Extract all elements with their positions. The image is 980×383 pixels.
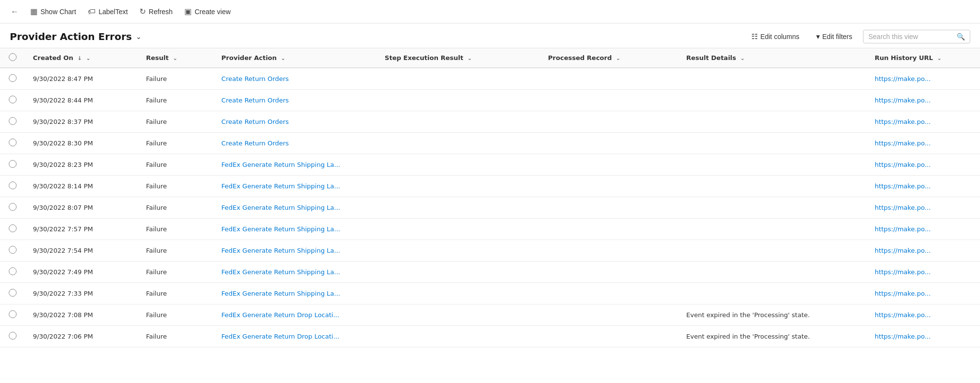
row-2-step-execution xyxy=(377,111,540,133)
col-result-filter-icon[interactable]: ⌄ xyxy=(173,55,177,61)
row-7-provider-action[interactable]: FedEx Generate Return Shipping La... xyxy=(214,219,377,240)
row-2-provider-action[interactable]: Create Return Orders xyxy=(214,111,377,133)
row-2-run-history-url[interactable]: https://make.po... xyxy=(867,111,980,133)
col-run-history-url-label: Run History URL xyxy=(875,54,933,61)
col-provider-filter-icon[interactable]: ⌄ xyxy=(281,55,285,61)
row-5-run-history-url[interactable]: https://make.po... xyxy=(867,176,980,197)
row-10-step-execution xyxy=(377,283,540,304)
row-11-run-history-url[interactable]: https://make.po... xyxy=(867,304,980,326)
select-all-checkbox[interactable] xyxy=(9,53,17,61)
row-3-run-history-url[interactable]: https://make.po... xyxy=(867,133,980,154)
row-0-run-history-url[interactable]: https://make.po... xyxy=(867,68,980,90)
row-0-processed-record xyxy=(540,68,678,90)
row-7-run-history-url[interactable]: https://make.po... xyxy=(867,219,980,240)
toolbar: ← ▦ Show Chart 🏷 LabelText ↻ Refresh ▣ C… xyxy=(0,0,980,23)
table-row: 9/30/2022 7:49 PMFailureFedEx Generate R… xyxy=(0,262,980,283)
col-processed-filter-icon[interactable]: ⌄ xyxy=(616,55,620,61)
row-0-step-execution xyxy=(377,68,540,90)
row-2-checkbox[interactable] xyxy=(9,117,17,125)
row-12-run-history-url[interactable]: https://make.po... xyxy=(867,326,980,347)
refresh-button[interactable]: ↻ Refresh xyxy=(135,4,177,19)
chart-icon: ▦ xyxy=(30,7,38,16)
row-3-provider-action[interactable]: Create Return Orders xyxy=(214,133,377,154)
row-4-run-history-url[interactable]: https://make.po... xyxy=(867,154,980,176)
row-0-created-on: 9/30/2022 8:47 PM xyxy=(25,68,138,90)
col-step-filter-icon[interactable]: ⌄ xyxy=(468,55,472,61)
row-11-provider-action[interactable]: FedEx Generate Return Drop Locati... xyxy=(214,304,377,326)
create-view-button[interactable]: ▣ Create view xyxy=(179,4,235,19)
edit-filters-button[interactable]: ▾ Edit filters xyxy=(810,29,858,44)
row-5-provider-action[interactable]: FedEx Generate Return Shipping La... xyxy=(214,176,377,197)
col-created-on-filter-icon[interactable]: ⌄ xyxy=(86,55,91,61)
row-6-checkbox[interactable] xyxy=(9,203,17,211)
row-9-step-execution xyxy=(377,262,540,283)
col-result-details-filter-icon[interactable]: ⌄ xyxy=(740,55,745,61)
row-9-checkbox[interactable] xyxy=(9,267,17,275)
search-box[interactable]: 🔍 xyxy=(863,30,970,43)
col-header-step-execution[interactable]: Step Execution Result ⌄ xyxy=(377,48,540,68)
row-6-created-on: 9/30/2022 8:07 PM xyxy=(25,197,138,219)
row-0-checkbox[interactable] xyxy=(9,74,17,82)
row-4-result: Failure xyxy=(138,154,214,176)
table-row: 9/30/2022 8:14 PMFailureFedEx Generate R… xyxy=(0,176,980,197)
row-7-step-execution xyxy=(377,219,540,240)
col-header-provider-action[interactable]: Provider Action ⌄ xyxy=(214,48,377,68)
row-4-checkbox[interactable] xyxy=(9,160,17,168)
row-3-checkbox[interactable] xyxy=(9,139,17,146)
row-7-result-details xyxy=(679,219,867,240)
row-9-provider-action[interactable]: FedEx Generate Return Shipping La... xyxy=(214,262,377,283)
table-row: 9/30/2022 8:30 PMFailureCreate Return Or… xyxy=(0,133,980,154)
table-row: 9/30/2022 8:07 PMFailureFedEx Generate R… xyxy=(0,197,980,219)
search-input[interactable] xyxy=(868,33,954,40)
col-run-url-filter-icon[interactable]: ⌄ xyxy=(937,55,941,61)
row-1-run-history-url[interactable]: https://make.po... xyxy=(867,90,980,111)
edit-filters-label: Edit filters xyxy=(823,33,852,40)
row-5-checkbox[interactable] xyxy=(9,181,17,189)
row-10-provider-action[interactable]: FedEx Generate Return Shipping La... xyxy=(214,283,377,304)
row-10-result: Failure xyxy=(138,283,214,304)
col-step-label: Step Execution Result xyxy=(385,54,463,61)
col-header-result-details[interactable]: Result Details ⌄ xyxy=(679,48,867,68)
row-4-provider-action[interactable]: FedEx Generate Return Shipping La... xyxy=(214,154,377,176)
row-11-checkbox[interactable] xyxy=(9,310,17,318)
row-10-checkbox[interactable] xyxy=(9,289,17,297)
row-12-processed-record xyxy=(540,326,678,347)
row-0-provider-action[interactable]: Create Return Orders xyxy=(214,68,377,90)
back-button[interactable]: ← xyxy=(6,4,23,19)
row-8-provider-action[interactable]: FedEx Generate Return Shipping La... xyxy=(214,240,377,262)
row-6-run-history-url[interactable]: https://make.po... xyxy=(867,197,980,219)
row-12-provider-action[interactable]: FedEx Generate Return Drop Locati... xyxy=(214,326,377,347)
row-11-check-cell xyxy=(0,304,25,326)
row-6-provider-action[interactable]: FedEx Generate Return Shipping La... xyxy=(214,197,377,219)
row-8-checkbox[interactable] xyxy=(9,246,17,254)
col-header-result[interactable]: Result ⌄ xyxy=(138,48,214,68)
row-9-created-on: 9/30/2022 7:49 PM xyxy=(25,262,138,283)
label-text-button[interactable]: 🏷 LabelText xyxy=(83,4,133,19)
row-7-processed-record xyxy=(540,219,678,240)
row-8-run-history-url[interactable]: https://make.po... xyxy=(867,240,980,262)
row-7-checkbox[interactable] xyxy=(9,224,17,232)
row-10-run-history-url[interactable]: https://make.po... xyxy=(867,283,980,304)
row-12-checkbox[interactable] xyxy=(9,332,17,340)
row-4-created-on: 9/30/2022 8:23 PM xyxy=(25,154,138,176)
row-9-run-history-url[interactable]: https://make.po... xyxy=(867,262,980,283)
row-11-step-execution xyxy=(377,304,540,326)
edit-columns-button[interactable]: ☷ Edit columns xyxy=(745,29,805,44)
row-10-created-on: 9/30/2022 7:33 PM xyxy=(25,283,138,304)
row-1-checkbox[interactable] xyxy=(9,96,17,103)
col-header-created-on[interactable]: Created On ↓ ⌄ xyxy=(25,48,138,68)
col-processed-label: Processed Record xyxy=(548,54,612,61)
row-1-provider-action[interactable]: Create Return Orders xyxy=(214,90,377,111)
refresh-icon: ↻ xyxy=(139,7,146,16)
row-3-result: Failure xyxy=(138,133,214,154)
title-chevron-icon[interactable]: ⌄ xyxy=(136,33,141,40)
show-chart-button[interactable]: ▦ Show Chart xyxy=(25,4,81,19)
table-row: 9/30/2022 7:33 PMFailureFedEx Generate R… xyxy=(0,283,980,304)
col-header-run-history-url[interactable]: Run History URL ⌄ xyxy=(867,48,980,68)
row-6-processed-record xyxy=(540,197,678,219)
row-8-created-on: 9/30/2022 7:54 PM xyxy=(25,240,138,262)
col-header-processed-record[interactable]: Processed Record ⌄ xyxy=(540,48,678,68)
row-1-created-on: 9/30/2022 8:44 PM xyxy=(25,90,138,111)
row-7-result: Failure xyxy=(138,219,214,240)
row-4-check-cell xyxy=(0,154,25,176)
